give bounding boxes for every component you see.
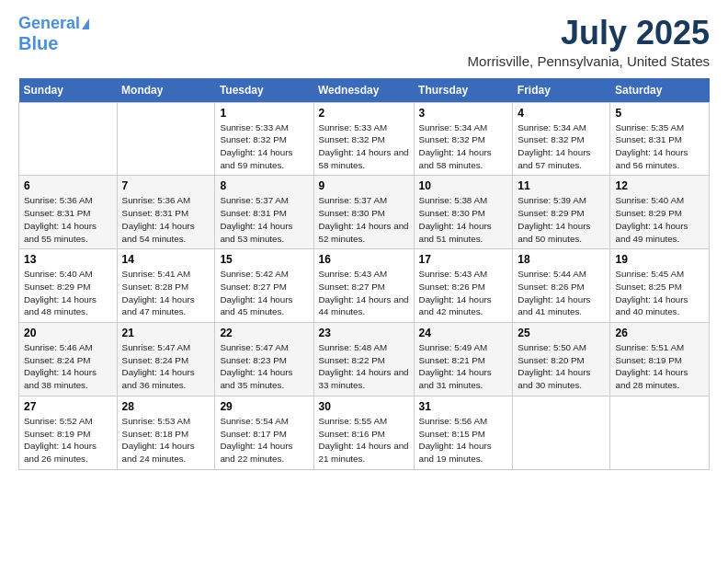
day-info: Sunrise: 5:47 AM Sunset: 8:24 PM Dayligh…: [122, 341, 210, 392]
logo-triangle-icon: [82, 18, 89, 29]
calendar-cell: [19, 102, 118, 176]
day-info: Sunrise: 5:34 AM Sunset: 8:32 PM Dayligh…: [419, 121, 508, 172]
calendar-table: SundayMondayTuesdayWednesdayThursdayFrid…: [18, 78, 710, 470]
day-info: Sunrise: 5:43 AM Sunset: 8:27 PM Dayligh…: [319, 268, 409, 318]
calendar-cell: 20Sunrise: 5:46 AM Sunset: 8:24 PM Dayli…: [19, 323, 118, 396]
calendar-week-row: 27Sunrise: 5:52 AM Sunset: 8:19 PM Dayli…: [19, 396, 710, 469]
calendar-cell: 27Sunrise: 5:52 AM Sunset: 8:19 PM Dayli…: [19, 396, 118, 469]
title-block: July 2025 Morrisville, Pennsylvania, Uni…: [468, 15, 710, 69]
day-number: 31: [419, 400, 508, 413]
day-number: 13: [24, 253, 112, 266]
day-number: 30: [319, 400, 409, 413]
calendar-week-row: 6Sunrise: 5:36 AM Sunset: 8:31 PM Daylig…: [19, 176, 710, 249]
calendar-cell: [117, 102, 215, 176]
day-info: Sunrise: 5:40 AM Sunset: 8:29 PM Dayligh…: [615, 194, 704, 245]
calendar-header-row: SundayMondayTuesdayWednesdayThursdayFrid…: [19, 78, 710, 103]
day-number: 23: [319, 327, 409, 339]
calendar-cell: 17Sunrise: 5:43 AM Sunset: 8:26 PM Dayli…: [414, 249, 513, 323]
day-info: Sunrise: 5:50 AM Sunset: 8:20 PM Dayligh…: [518, 341, 605, 392]
day-info: Sunrise: 5:38 AM Sunset: 8:30 PM Dayligh…: [419, 194, 508, 245]
calendar-cell: 31Sunrise: 5:56 AM Sunset: 8:15 PM Dayli…: [414, 396, 513, 469]
day-info: Sunrise: 5:54 AM Sunset: 8:17 PM Dayligh…: [220, 415, 308, 465]
day-number: 26: [615, 327, 704, 339]
day-info: Sunrise: 5:37 AM Sunset: 8:31 PM Dayligh…: [220, 194, 308, 245]
day-number: 8: [220, 179, 308, 192]
logo-blue: Blue: [18, 33, 58, 53]
day-info: Sunrise: 5:51 AM Sunset: 8:19 PM Dayligh…: [615, 341, 704, 392]
day-number: 6: [24, 179, 112, 192]
day-number: 10: [419, 179, 508, 192]
day-number: 2: [319, 107, 409, 120]
calendar-cell: 12Sunrise: 5:40 AM Sunset: 8:29 PM Dayli…: [610, 176, 710, 249]
logo: General Blue: [18, 15, 89, 53]
day-info: Sunrise: 5:40 AM Sunset: 8:29 PM Dayligh…: [24, 268, 112, 318]
day-info: Sunrise: 5:53 AM Sunset: 8:18 PM Dayligh…: [122, 415, 210, 465]
header-monday: Monday: [117, 78, 215, 103]
calendar-week-row: 1Sunrise: 5:33 AM Sunset: 8:32 PM Daylig…: [19, 102, 710, 176]
header-friday: Friday: [513, 78, 610, 103]
calendar-cell: 8Sunrise: 5:37 AM Sunset: 8:31 PM Daylig…: [215, 176, 313, 249]
calendar-cell: 22Sunrise: 5:47 AM Sunset: 8:23 PM Dayli…: [215, 323, 313, 396]
calendar-cell: 7Sunrise: 5:36 AM Sunset: 8:31 PM Daylig…: [117, 176, 215, 249]
day-info: Sunrise: 5:41 AM Sunset: 8:28 PM Dayligh…: [122, 268, 210, 318]
day-number: 25: [518, 327, 605, 339]
day-number: 27: [24, 400, 112, 413]
calendar-cell: 11Sunrise: 5:39 AM Sunset: 8:29 PM Dayli…: [513, 176, 610, 249]
day-number: 11: [518, 179, 605, 192]
day-info: Sunrise: 5:42 AM Sunset: 8:27 PM Dayligh…: [220, 268, 308, 318]
day-number: 12: [615, 179, 704, 192]
day-number: 21: [122, 327, 210, 339]
day-info: Sunrise: 5:43 AM Sunset: 8:26 PM Dayligh…: [419, 268, 508, 318]
day-info: Sunrise: 5:55 AM Sunset: 8:16 PM Dayligh…: [319, 415, 409, 465]
calendar-cell: 23Sunrise: 5:48 AM Sunset: 8:22 PM Dayli…: [313, 323, 414, 396]
day-info: Sunrise: 5:33 AM Sunset: 8:32 PM Dayligh…: [220, 121, 308, 172]
day-number: 14: [122, 253, 210, 266]
location-title: Morrisville, Pennsylvania, United States: [468, 53, 710, 69]
calendar-cell: 1Sunrise: 5:33 AM Sunset: 8:32 PM Daylig…: [215, 102, 313, 176]
calendar-week-row: 20Sunrise: 5:46 AM Sunset: 8:24 PM Dayli…: [19, 323, 710, 396]
day-info: Sunrise: 5:36 AM Sunset: 8:31 PM Dayligh…: [122, 194, 210, 245]
day-info: Sunrise: 5:36 AM Sunset: 8:31 PM Dayligh…: [24, 194, 112, 245]
day-info: Sunrise: 5:33 AM Sunset: 8:32 PM Dayligh…: [319, 121, 409, 172]
day-number: 24: [419, 327, 508, 339]
calendar-cell: 4Sunrise: 5:34 AM Sunset: 8:32 PM Daylig…: [513, 102, 610, 176]
calendar-cell: 18Sunrise: 5:44 AM Sunset: 8:26 PM Dayli…: [513, 249, 610, 323]
day-info: Sunrise: 5:35 AM Sunset: 8:31 PM Dayligh…: [615, 121, 704, 172]
month-title: July 2025: [468, 15, 710, 52]
day-number: 28: [122, 400, 210, 413]
calendar-cell: 9Sunrise: 5:37 AM Sunset: 8:30 PM Daylig…: [313, 176, 414, 249]
day-number: 18: [518, 253, 605, 266]
calendar-cell: [513, 396, 610, 469]
calendar-cell: 24Sunrise: 5:49 AM Sunset: 8:21 PM Dayli…: [414, 323, 513, 396]
header-wednesday: Wednesday: [313, 78, 414, 103]
day-number: 5: [615, 107, 704, 120]
header-saturday: Saturday: [610, 78, 710, 103]
header-sunday: Sunday: [19, 78, 118, 103]
day-number: 15: [220, 253, 308, 266]
day-info: Sunrise: 5:56 AM Sunset: 8:15 PM Dayligh…: [419, 415, 508, 465]
calendar-cell: 16Sunrise: 5:43 AM Sunset: 8:27 PM Dayli…: [313, 249, 414, 323]
day-number: 20: [24, 327, 112, 339]
day-info: Sunrise: 5:49 AM Sunset: 8:21 PM Dayligh…: [419, 341, 508, 392]
calendar-week-row: 13Sunrise: 5:40 AM Sunset: 8:29 PM Dayli…: [19, 249, 710, 323]
day-number: 29: [220, 400, 308, 413]
day-number: 7: [122, 179, 210, 192]
calendar-cell: 14Sunrise: 5:41 AM Sunset: 8:28 PM Dayli…: [117, 249, 215, 323]
header-tuesday: Tuesday: [215, 78, 313, 103]
day-number: 16: [319, 253, 409, 266]
day-number: 19: [615, 253, 704, 266]
calendar-cell: 25Sunrise: 5:50 AM Sunset: 8:20 PM Dayli…: [513, 323, 610, 396]
day-info: Sunrise: 5:46 AM Sunset: 8:24 PM Dayligh…: [24, 341, 112, 392]
page-header: General Blue July 2025 Morrisville, Penn…: [18, 15, 710, 69]
day-number: 1: [220, 107, 308, 120]
logo-general: General: [18, 14, 80, 32]
day-info: Sunrise: 5:39 AM Sunset: 8:29 PM Dayligh…: [518, 194, 605, 245]
calendar-cell: 10Sunrise: 5:38 AM Sunset: 8:30 PM Dayli…: [414, 176, 513, 249]
calendar-cell: 6Sunrise: 5:36 AM Sunset: 8:31 PM Daylig…: [19, 176, 118, 249]
calendar-cell: 19Sunrise: 5:45 AM Sunset: 8:25 PM Dayli…: [610, 249, 710, 323]
day-number: 4: [518, 107, 605, 120]
calendar-cell: 2Sunrise: 5:33 AM Sunset: 8:32 PM Daylig…: [313, 102, 414, 176]
day-info: Sunrise: 5:47 AM Sunset: 8:23 PM Dayligh…: [220, 341, 308, 392]
calendar-cell: 30Sunrise: 5:55 AM Sunset: 8:16 PM Dayli…: [313, 396, 414, 469]
day-number: 17: [419, 253, 508, 266]
